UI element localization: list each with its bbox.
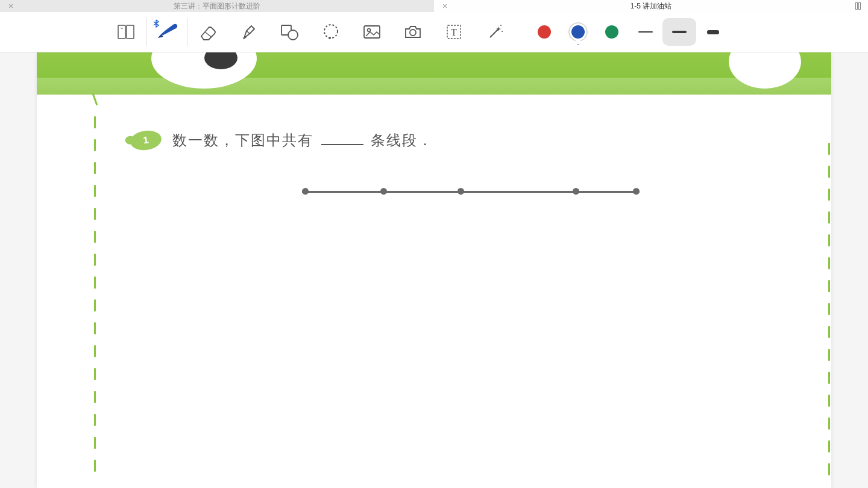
svg-line-13 [490, 29, 498, 37]
lasso-tool-button[interactable] [310, 18, 351, 46]
svg-text:T: T [451, 27, 457, 37]
svg-point-10 [410, 30, 416, 36]
document-page: 1 数一数，下图中共有 条线段． [37, 52, 831, 488]
canvas-area[interactable]: 1 数一数，下图中共有 条线段． [0, 52, 868, 488]
toolbar: T ⌄ [0, 12, 868, 52]
close-icon[interactable]: × [442, 1, 447, 11]
bluetooth-icon [153, 19, 159, 29]
color-blue-button[interactable]: ⌄ [561, 18, 595, 46]
shapes-tool-button[interactable] [269, 18, 310, 46]
stroke-thin-button[interactable] [629, 18, 662, 46]
svg-point-6 [324, 25, 338, 38]
tab-title: 1-5 讲加油站 [631, 1, 672, 11]
color-green-button[interactable] [595, 18, 629, 46]
line-point [458, 188, 464, 195]
svg-point-7 [329, 37, 331, 39]
page-view-button[interactable] [105, 18, 146, 46]
stroke-thick-button[interactable] [696, 18, 730, 46]
tab-bar: × 第三讲：平面图形计数进阶 × 1-5 讲加油站 [0, 0, 868, 12]
svg-rect-0 [118, 25, 125, 39]
page-header-banner [37, 52, 831, 95]
tab-title: 第三讲：平面图形计数进阶 [174, 1, 260, 11]
svg-rect-1 [127, 25, 134, 39]
svg-line-3 [205, 32, 211, 37]
svg-point-14 [500, 25, 502, 26]
text-tool-button[interactable]: T [433, 18, 474, 46]
eraser-tool-button[interactable] [187, 18, 228, 46]
answer-blank [321, 144, 363, 145]
stroke-preview [638, 31, 653, 33]
stroke-medium-button[interactable] [662, 18, 696, 46]
color-red-button[interactable] [527, 18, 561, 46]
line-point [633, 188, 640, 195]
magic-tool-button[interactable] [474, 18, 515, 46]
page-content: 1 数一数，下图中共有 条线段． [37, 95, 831, 222]
stroke-preview [672, 31, 687, 33]
highlighter-tool-button[interactable] [228, 18, 269, 46]
svg-point-15 [502, 31, 503, 32]
tab-lesson-3[interactable]: × 第三讲：平面图形计数进阶 [0, 0, 434, 12]
split-view-icon[interactable] [855, 2, 861, 10]
svg-point-9 [368, 29, 371, 32]
color-swatch [605, 25, 618, 39]
tab-lesson-1-5[interactable]: × 1-5 讲加油站 [434, 0, 868, 12]
stroke-preview [707, 30, 719, 34]
question-text: 数一数，下图中共有 条线段． [172, 131, 433, 150]
line-point [380, 188, 387, 195]
camera-tool-button[interactable] [392, 18, 433, 46]
color-swatch [571, 25, 585, 39]
line-segment-figure [302, 186, 640, 198]
pen-tool-button[interactable] [146, 18, 187, 46]
image-tool-button[interactable] [351, 18, 392, 46]
close-icon[interactable]: × [8, 1, 13, 11]
question-row: 1 数一数，下图中共有 条线段． [130, 131, 783, 150]
question-number-badge: 1 [129, 129, 163, 152]
svg-point-5 [288, 30, 298, 40]
line-point [302, 188, 309, 195]
chevron-down-icon: ⌄ [574, 40, 582, 47]
line-point [573, 188, 579, 195]
color-swatch [538, 25, 551, 39]
